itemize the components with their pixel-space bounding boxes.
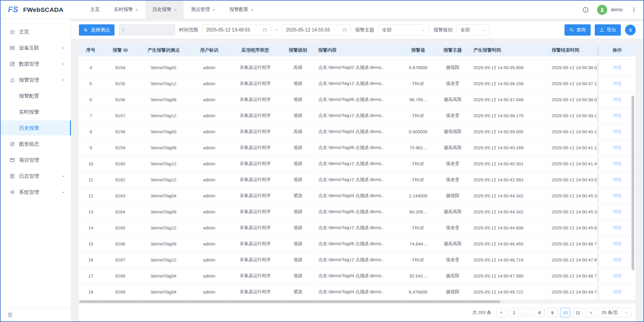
level-cell: 紧急 <box>282 188 315 204</box>
sidebar-item-alarm-manage[interactable]: 报警管理 <box>1 72 71 87</box>
select-point-button[interactable]: 选择测点 <box>79 24 115 36</box>
level-cell: 低级 <box>282 172 315 188</box>
alarm-topic-label: 报警主题 <box>355 27 374 33</box>
search-icon <box>569 28 574 32</box>
sidebar-item-alarm-config[interactable]: 报警配置 <box>1 88 71 103</box>
sidebar-item-home[interactable]: 主页 <box>1 24 71 39</box>
page-number-button[interactable]: 1 <box>509 308 519 317</box>
time-range-label: 时间范围 <box>179 27 198 33</box>
browse-link[interactable]: 浏览 <box>613 193 622 198</box>
sidebar-item-history-alarm[interactable]: 历史报警 <box>1 120 71 135</box>
col-header-level: 报警级别 <box>282 45 315 56</box>
browse-link[interactable]: 浏览 <box>613 209 622 214</box>
close-icon[interactable]: × <box>136 7 138 12</box>
level-cell: 低级 <box>282 140 315 156</box>
total-count-label: 共 203 条 <box>473 310 491 315</box>
range-separator: ~ <box>275 27 278 33</box>
sidebar-item-device-link[interactable]: 设备互联 <box>1 40 71 55</box>
table-row: 16 8167 \demo\Tag12 admin 采集器运行程序 低级 点名:… <box>79 252 636 268</box>
project-manage-icon <box>9 157 15 163</box>
chevron-down-icon <box>422 28 425 32</box>
table-row: 15 8166 \demo\Tag06 admin 采集器运行程序 低级 点名:… <box>79 236 636 252</box>
filter-bar: 选择测点 \ 时间范围 2025-05-12 13:48:55 ~ 2025-0… <box>71 21 643 39</box>
top-header: FS FWebSCADA 主页 实时报警× 历史报警× 测点管理× 报警配置× … <box>1 1 643 19</box>
tab-bar: 主页 实时报警× 历史报警× 测点管理× 报警配置× <box>83 1 261 19</box>
sidebar-menu: 主页 设备互联 数据管理 报警管理 报警配置 实时 <box>1 19 71 308</box>
page-list: 1...891011 <box>509 308 583 317</box>
prev-page-button[interactable] <box>496 308 506 317</box>
user-name: demo <box>611 7 623 12</box>
browse-link[interactable]: 浏览 <box>613 257 622 262</box>
export-button[interactable]: 导出 <box>595 24 621 36</box>
device-link-icon <box>9 45 15 51</box>
sidebar-item-data-manage[interactable]: 数据管理 <box>1 56 71 71</box>
kebab-menu-icon[interactable] <box>631 7 637 13</box>
col-header-content: 报警内容 <box>315 45 401 56</box>
table-row: 10 8160 \demo\Tag12 admin 采集器运行程序 低级 点名:… <box>79 156 636 172</box>
col-header-app-type: 应用程序类型 <box>229 45 282 56</box>
time-from-input[interactable]: 2025-05-12 13:48:55 <box>202 24 271 36</box>
browse-link[interactable]: 浏览 <box>613 81 622 86</box>
col-header-topic: 报警主题 <box>436 45 470 56</box>
sidebar-item-realtime-alarm[interactable]: 实时报警 <box>1 104 71 119</box>
page-number-button[interactable]: ... <box>522 308 532 317</box>
col-header-start-time: 产生报警时间 <box>470 45 548 56</box>
calendar-icon <box>263 28 267 32</box>
user-avatar[interactable] <box>597 5 607 15</box>
page-number-button[interactable]: 8 <box>535 308 545 317</box>
selected-point-input[interactable]: \ <box>119 24 175 36</box>
col-header-value: 报警值 <box>401 45 436 56</box>
alarm-level-select[interactable]: 全部 <box>457 24 489 36</box>
column-settings-button[interactable] <box>625 25 636 35</box>
close-icon[interactable]: × <box>174 7 177 12</box>
sidebar-item-project-manage[interactable]: 项目管理 <box>1 153 71 167</box>
page-size-select[interactable]: 20 条/页 <box>598 308 632 317</box>
page-number-button[interactable]: 10 <box>560 308 570 317</box>
sidebar-item-graphic-config[interactable]: 图形组态 <box>1 137 71 151</box>
level-cell: 低级 <box>282 236 315 252</box>
table-row: 18 8169 \demo\Tag04 admin 采集器运行程序 紧急 点名:… <box>79 284 636 300</box>
sidebar: 主页 设备互联 数据管理 报警管理 报警配置 实时 <box>1 19 71 321</box>
vertical-scrollbar-thumb[interactable] <box>632 96 634 270</box>
browse-link[interactable]: 浏览 <box>613 145 622 150</box>
table-row: 6 8156 \demo\Tag06 admin 采集器运行程序 低级 点名:\… <box>79 92 636 108</box>
close-icon[interactable]: × <box>251 7 254 12</box>
browse-link[interactable]: 浏览 <box>613 241 622 246</box>
query-button[interactable]: 查询 <box>565 24 591 36</box>
browse-link[interactable]: 浏览 <box>613 161 622 166</box>
tab-history-alarm[interactable]: 历史报警× <box>145 1 184 19</box>
app-title: FWebSCADA <box>23 6 63 13</box>
close-icon[interactable]: × <box>212 7 215 12</box>
info-icon[interactable] <box>582 7 589 13</box>
alarm-level-label: 报警级别 <box>433 27 452 33</box>
horizontal-scrollbar-thumb[interactable] <box>79 300 500 303</box>
level-cell: 低级 <box>282 220 315 236</box>
browse-link[interactable]: 浏览 <box>613 289 622 294</box>
browse-link[interactable]: 浏览 <box>613 97 622 102</box>
page-number-button[interactable]: 11 <box>573 308 583 317</box>
page-number-button[interactable]: 9 <box>547 308 557 317</box>
level-cell: 高级 <box>282 60 315 76</box>
alarm-topic-select[interactable]: 全部 <box>378 24 429 36</box>
level-cell: 低级 <box>282 204 315 220</box>
tab-point-manage[interactable]: 测点管理× <box>184 1 222 19</box>
collapse-sidebar-icon[interactable] <box>7 312 13 318</box>
tab-alarm-config[interactable]: 报警配置× <box>222 1 261 19</box>
browse-link[interactable]: 浏览 <box>613 113 622 118</box>
browse-link[interactable]: 浏览 <box>613 225 622 230</box>
browse-link[interactable]: 浏览 <box>613 65 622 70</box>
time-to-input[interactable]: 2025-05-12 14:55:55 <box>282 24 351 36</box>
browse-link[interactable]: 浏览 <box>613 129 622 134</box>
tab-home[interactable]: 主页 <box>83 1 107 19</box>
table-scroll-area[interactable]: 序号 报警 ID 产生报警的测点 用户标识 应用程序类型 报警级别 报警内容 报… <box>79 45 636 300</box>
next-page-button[interactable] <box>586 308 596 317</box>
graphic-config-icon <box>9 141 15 147</box>
tab-realtime-alarm[interactable]: 实时报警× <box>107 1 145 19</box>
sidebar-item-log-manage[interactable]: 日志管理 <box>1 169 71 183</box>
browse-link[interactable]: 浏览 <box>613 273 622 278</box>
browse-link[interactable]: 浏览 <box>613 177 622 182</box>
chevron-down-icon <box>61 46 66 50</box>
calendar-icon <box>342 28 347 32</box>
sidebar-item-system-manage[interactable]: 系统管理 <box>1 185 71 199</box>
horizontal-scrollbar[interactable] <box>79 300 636 304</box>
